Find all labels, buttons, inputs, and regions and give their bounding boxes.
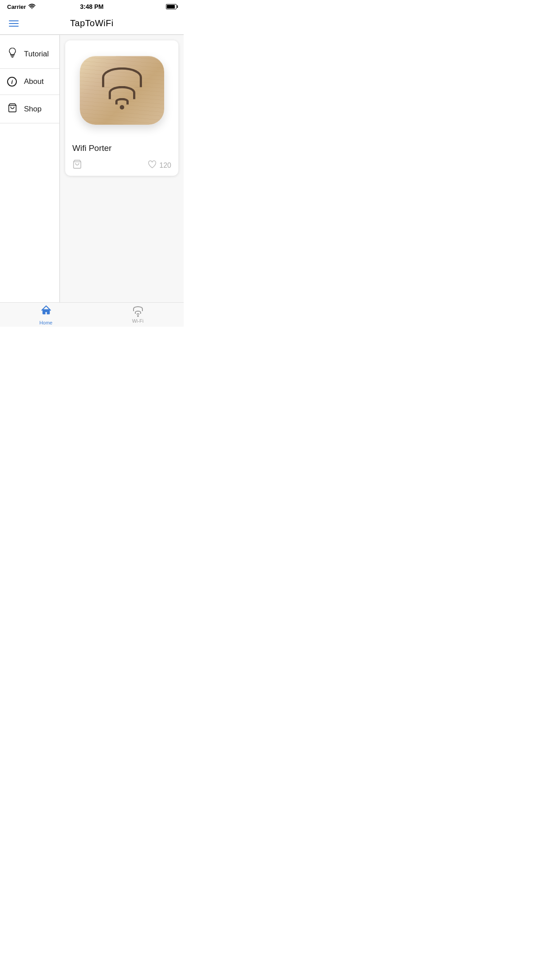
home-icon	[40, 304, 52, 319]
carrier-label: Carrier	[7, 4, 26, 10]
status-right	[166, 4, 177, 9]
cart-icon	[7, 103, 18, 115]
main-content: Tutorial i About Shop	[0, 35, 184, 302]
wifi-tab-icon	[133, 306, 143, 317]
tab-wifi[interactable]: Wi-Fi	[92, 303, 184, 327]
sidebar: Tutorial i About Shop	[0, 35, 60, 302]
hamburger-button[interactable]	[7, 19, 20, 28]
wifi-dot	[120, 105, 124, 109]
wood-shape	[80, 56, 164, 125]
add-to-cart-button[interactable]	[72, 159, 82, 171]
status-time: 3:48 PM	[80, 3, 104, 10]
wifi-tab-label: Wi-Fi	[132, 318, 144, 324]
info-icon: i	[7, 77, 18, 87]
battery-icon	[166, 4, 177, 9]
product-actions: 120	[65, 159, 178, 171]
hamburger-line-3	[9, 26, 19, 27]
sidebar-item-shop[interactable]: Shop	[0, 95, 59, 123]
product-name: Wifi Porter	[72, 143, 171, 153]
like-count: 120	[159, 162, 171, 170]
hamburger-line-2	[9, 23, 19, 24]
wifi-status-icon	[28, 4, 35, 10]
sidebar-item-about[interactable]: i About	[0, 69, 59, 95]
heart-icon[interactable]	[148, 160, 157, 170]
wifi-arc-medium	[109, 86, 135, 99]
home-tab-label: Home	[39, 320, 52, 325]
like-section: 120	[148, 160, 171, 170]
svg-point-0	[31, 8, 32, 9]
right-content: Wifi Porter 120	[60, 35, 184, 302]
bulb-icon	[7, 47, 18, 60]
tutorial-label: Tutorial	[24, 50, 49, 59]
shop-label: Shop	[24, 105, 42, 114]
tab-home[interactable]: Home	[0, 303, 92, 327]
product-card: Wifi Porter 120	[65, 40, 178, 176]
wifi-icon-on-wood	[102, 67, 142, 109]
status-bar: Carrier 3:48 PM	[0, 0, 184, 12]
nav-header: TapToWiFi	[0, 12, 184, 35]
wifi-device-illustration	[80, 54, 164, 125]
hamburger-line-1	[9, 20, 19, 21]
about-label: About	[24, 77, 43, 86]
wifi-arc-small	[115, 98, 129, 104]
tab-bar: Home Wi-Fi	[0, 302, 184, 327]
status-left: Carrier	[7, 4, 35, 10]
battery-fill	[167, 5, 175, 8]
product-image-container	[65, 40, 178, 138]
product-info: Wifi Porter	[65, 138, 178, 159]
app-title: TapToWiFi	[70, 18, 114, 28]
wifi-arc-large	[102, 67, 142, 87]
sidebar-item-tutorial[interactable]: Tutorial	[0, 40, 59, 69]
